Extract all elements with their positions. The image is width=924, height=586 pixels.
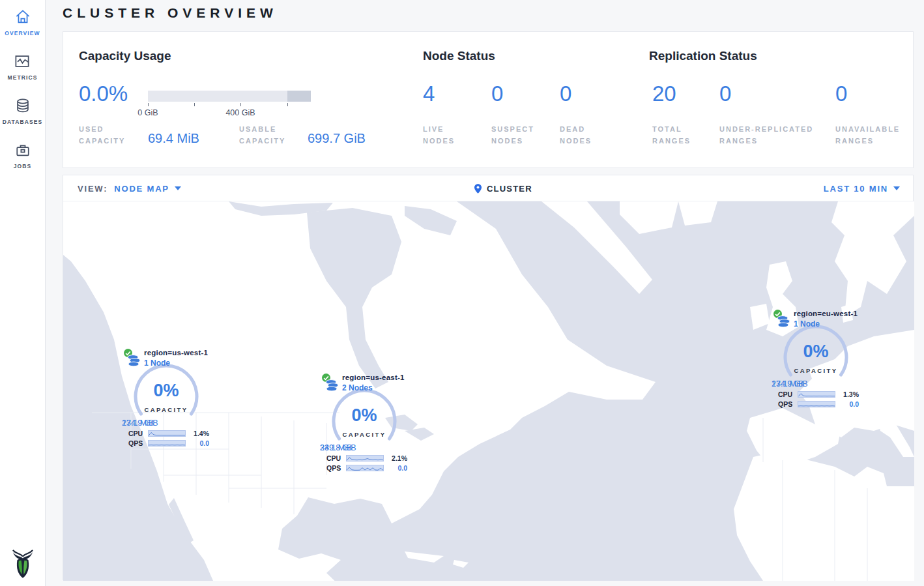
sidebar: OVERVIEW METRICS DATABASES JOBS [0, 0, 46, 586]
world-map[interactable]: region=us-west-1 1 Node 0% CAPACITY 23.1… [63, 201, 914, 581]
capacity-usage-title: Capacity Usage [79, 49, 171, 63]
database-stack-icon [325, 379, 339, 392]
qps-sparkline [148, 440, 186, 447]
qps-value: 0.0 [199, 439, 209, 447]
node-count-link[interactable]: 2 Nodes [342, 383, 373, 392]
briefcase-icon [14, 141, 32, 159]
under-replicated-ranges-value: 0 [719, 81, 731, 106]
qps-sparkline [798, 401, 835, 407]
land-scandinavia [831, 201, 914, 317]
node-total-capacity: 174.9 GiB [122, 418, 158, 428]
node-qps-row: QPS 0.0 [128, 439, 209, 447]
land-north-africa [734, 450, 914, 581]
home-icon [14, 8, 32, 26]
metrics-chart-icon [13, 52, 31, 70]
view-selector[interactable]: NODE MAP [114, 184, 180, 194]
dead-nodes-value: 0 [560, 81, 571, 106]
cpu-label: CPU [778, 390, 798, 398]
sidebar-item-label: DATABASES [3, 119, 43, 125]
map-toolbar: VIEW: NODE MAP CLUSTER LAST 10 MIN [63, 175, 913, 201]
node-map-panel: VIEW: NODE MAP CLUSTER LAST 10 MIN [63, 175, 914, 580]
map-node[interactable]: region=eu-west-1 1 Node 0% CAPACITY 23.1… [764, 308, 868, 411]
sidebar-item-overview[interactable]: OVERVIEW [5, 8, 40, 37]
breadcrumb-cluster[interactable]: CLUSTER [487, 184, 532, 194]
node-total-capacity: 174.9 GiB [772, 379, 808, 388]
node-count-link[interactable]: 1 Node [144, 359, 170, 368]
node-capacity-label: CAPACITY [764, 367, 868, 374]
node-qps-row: QPS 0.0 [326, 464, 407, 472]
land-cuba [405, 551, 444, 563]
usable-capacity-label: USABLE CAPACITY [239, 123, 285, 147]
chevron-down-icon [893, 186, 900, 190]
map-node[interactable]: region=us-east-1 2 Nodes 0% CAPACITY 23.… [312, 372, 416, 475]
cpu-sparkline [346, 455, 384, 461]
node-capacity-percent: 0% [764, 342, 868, 362]
usable-capacity-value: 699.7 GiB [308, 131, 366, 146]
qps-value: 0.0 [397, 464, 407, 472]
suspect-nodes-label: SUSPECT NODES [491, 123, 534, 147]
cpu-sparkline [798, 391, 835, 398]
unavailable-ranges-label: UNAVAILABLE RANGES [835, 123, 900, 147]
cpu-sparkline [148, 430, 186, 437]
node-status-title: Node Status [423, 49, 495, 63]
total-ranges-value: 20 [652, 81, 676, 106]
chevron-down-icon [175, 186, 181, 190]
qps-label: QPS [128, 439, 148, 447]
node-qps-row: QPS 0.0 [778, 400, 859, 408]
sidebar-item-label: JOBS [14, 163, 32, 169]
time-range-selector[interactable]: LAST 10 MIN [824, 184, 900, 194]
map-node[interactable]: region=us-west-1 1 Node 0% CAPACITY 23.1… [114, 347, 218, 450]
page-title: CLUSTER OVERVIEW [63, 5, 278, 21]
sidebar-item-label: OVERVIEW [5, 30, 40, 37]
qps-value: 0.0 [849, 400, 859, 408]
sidebar-item-metrics[interactable]: METRICS [8, 52, 38, 81]
node-total-capacity: 349.8 GiB [320, 443, 356, 452]
qps-label: QPS [778, 400, 798, 408]
node-cpu-row: CPU 1.4% [128, 430, 209, 437]
suspect-nodes-value: 0 [491, 81, 503, 106]
under-replicated-ranges-label: UNDER-REPLICATED RANGES [719, 123, 813, 147]
node-cpu-row: CPU 2.1% [326, 454, 407, 462]
breadcrumb: CLUSTER [474, 175, 532, 201]
node-capacity-percent: 0% [114, 381, 218, 401]
cpu-label: CPU [326, 454, 346, 462]
cpu-label: CPU [128, 430, 148, 437]
cpu-value: 1.4% [194, 430, 209, 437]
node-capacity-label: CAPACITY [312, 431, 416, 438]
node-region-label: region=us-west-1 [144, 349, 208, 357]
qps-label: QPS [326, 464, 346, 472]
sidebar-item-jobs[interactable]: JOBS [14, 141, 32, 169]
node-region-label: region=us-east-1 [342, 374, 405, 381]
sidebar-item-label: METRICS [8, 74, 38, 81]
cpu-value: 2.1% [392, 454, 407, 462]
capacity-percent: 0.0% [79, 81, 128, 106]
unavailable-ranges-value: 0 [835, 81, 847, 106]
sidebar-item-databases[interactable]: DATABASES [3, 96, 43, 125]
land-greenland-tip [620, 201, 678, 234]
replication-status-title: Replication Status [649, 49, 757, 63]
land-hispaniola [453, 560, 469, 568]
qps-sparkline [346, 465, 384, 471]
node-capacity-label: CAPACITY [114, 406, 218, 413]
database-stack-icon [777, 315, 791, 329]
node-capacity-percent: 0% [312, 405, 416, 426]
used-capacity-value: 69.4 MiB [148, 131, 199, 146]
capacity-bar-axis: 0 GiB400 GiB [148, 91, 311, 117]
location-pin-icon [474, 183, 482, 194]
land-iceland [678, 201, 717, 226]
live-nodes-label: LIVE NODES [423, 123, 455, 147]
database-stack-icon [127, 355, 141, 368]
database-icon [14, 96, 32, 115]
live-nodes-value: 4 [423, 81, 435, 106]
cockroachdb-logo [10, 547, 35, 582]
dead-nodes-label: DEAD NODES [560, 123, 592, 147]
cluster-summary-panel: Capacity Usage 0.0% 0 GiB400 GiB USED CA… [63, 31, 914, 168]
used-capacity-label: USED CAPACITY [79, 123, 125, 147]
node-region-label: region=eu-west-1 [794, 310, 858, 317]
cpu-value: 1.3% [843, 390, 859, 398]
node-count-link[interactable]: 1 Node [794, 319, 820, 329]
total-ranges-label: TOTAL RANGES [652, 123, 691, 147]
view-label: VIEW: [78, 184, 108, 194]
node-cpu-row: CPU 1.3% [778, 390, 859, 398]
